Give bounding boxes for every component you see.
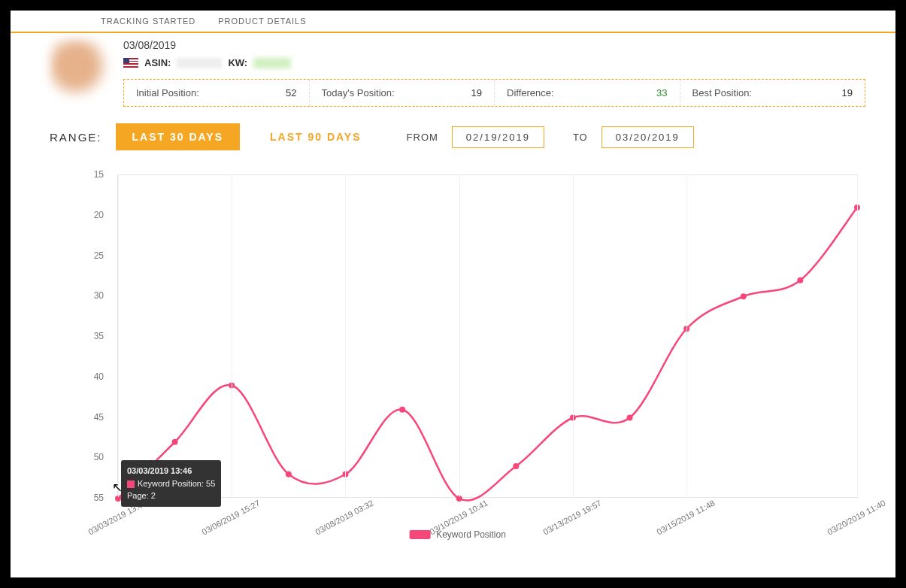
y-tick: 50	[50, 452, 110, 462]
stat-diff-label: Difference:	[507, 87, 554, 99]
tab-product-details[interactable]: PRODUCT DETAILS	[218, 17, 306, 26]
x-tick: 03/13/2019 19:57	[541, 499, 602, 537]
legend-label: Keyword Position	[436, 529, 506, 540]
stats-box: Initial Position: 52 Today's Position: 1…	[123, 79, 865, 107]
y-tick: 40	[50, 371, 110, 382]
tooltip-time: 03/03/2019 13:46	[127, 465, 215, 477]
asin-label: ASIN:	[144, 57, 171, 68]
x-tick: 03/08/2019 03:32	[314, 499, 375, 537]
tracking-date: 03/08/2019	[123, 39, 865, 51]
svg-point-3	[286, 471, 292, 477]
last-30-days-button[interactable]: LAST 30 DAYS	[116, 123, 241, 150]
to-date-input[interactable]: 03/20/2019	[601, 126, 694, 148]
tooltip: 03/03/2019 13:46 Keyword Position: 55 Pa…	[121, 460, 221, 507]
stat-today-label: Today's Position:	[322, 87, 395, 99]
tab-tracking-started[interactable]: TRACKING STARTED	[101, 17, 195, 26]
app-window: TRACKING STARTED PRODUCT DETAILS 03/08/2…	[11, 11, 895, 577]
stat-today-value: 19	[471, 87, 482, 99]
from-date-input[interactable]: 02/19/2019	[452, 126, 544, 148]
product-thumbnail	[50, 39, 108, 98]
range-label: RANGE:	[50, 131, 102, 144]
svg-point-11	[741, 293, 747, 299]
tooltip-page: Page: 2	[127, 489, 215, 502]
y-tick: 30	[50, 290, 110, 301]
stat-initial: Initial Position: 52	[124, 80, 309, 106]
legend-swatch	[409, 530, 430, 539]
chart: 152025303540455055 03/03/2019 13:4603/06…	[50, 167, 865, 543]
tooltip-kp: Keyword Position: 55	[138, 479, 215, 488]
product-info-row: ASIN: KW:	[123, 57, 865, 68]
svg-point-1	[172, 439, 178, 445]
svg-point-9	[627, 415, 633, 421]
from-label: FROM	[407, 132, 438, 143]
tooltip-swatch	[127, 480, 135, 488]
y-tick: 55	[50, 493, 110, 503]
header: 03/08/2019 ASIN: KW: Initial Position: 5…	[11, 33, 895, 107]
y-tick: 25	[50, 250, 110, 261]
stat-best: Best Position: 19	[680, 80, 865, 106]
stat-today: Today's Position: 19	[309, 80, 495, 106]
to-label: TO	[573, 132, 588, 143]
kw-label: KW:	[228, 57, 247, 68]
legend: Keyword Position	[409, 529, 506, 540]
line-chart-svg	[118, 175, 857, 497]
stat-best-label: Best Position:	[692, 87, 753, 99]
asin-value	[177, 58, 222, 68]
range-row: RANGE: LAST 30 DAYS LAST 90 DAYS FROM 02…	[11, 107, 895, 159]
svg-point-5	[399, 407, 405, 413]
flag-us-icon	[123, 58, 138, 68]
stat-diff-value: 33	[656, 87, 667, 99]
stat-best-value: 19	[842, 87, 853, 99]
y-tick: 15	[50, 169, 110, 180]
last-90-days-button[interactable]: LAST 90 DAYS	[253, 123, 378, 150]
x-tick: 03/20/2019 11:40	[826, 499, 886, 537]
stat-difference: Difference: 33	[494, 80, 680, 106]
svg-point-12	[797, 277, 803, 283]
svg-point-7	[513, 463, 519, 469]
y-tick: 20	[50, 210, 110, 220]
y-tick: 45	[50, 412, 110, 423]
x-tick: 03/15/2019 11:48	[656, 499, 717, 537]
stat-initial-label: Initial Position:	[136, 87, 199, 99]
plot-area	[117, 174, 858, 498]
y-tick: 35	[50, 331, 110, 341]
kw-value	[253, 58, 291, 68]
cursor-icon: ↖	[112, 480, 123, 496]
tab-bar: TRACKING STARTED PRODUCT DETAILS	[11, 11, 895, 33]
stat-initial-value: 52	[286, 87, 296, 99]
